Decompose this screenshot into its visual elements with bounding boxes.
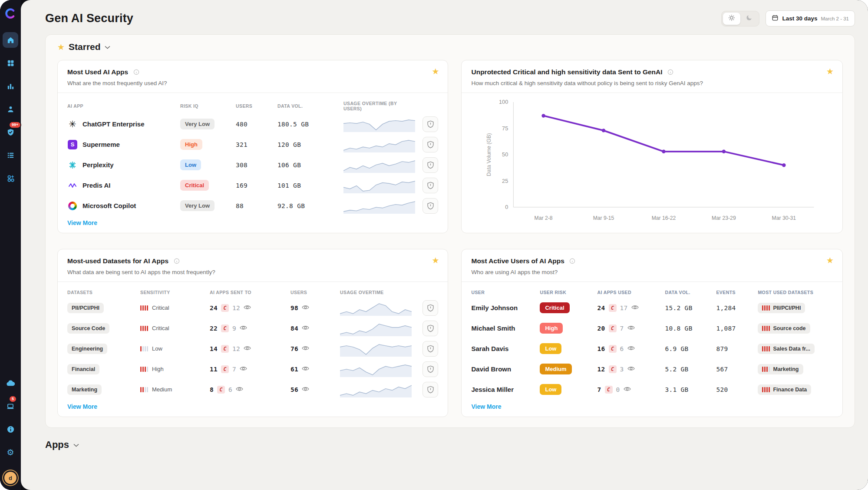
chatgpt-logo-icon: ✳ <box>67 119 78 129</box>
eye-icon[interactable] <box>627 324 635 332</box>
line-chart: 0255075100Mar 2-8Mar 9-15Mar 16-22Mar 23… <box>471 96 833 227</box>
apps-sent-to-cell: 11C7 <box>210 365 286 373</box>
devices-count-badge: 5 <box>9 395 17 403</box>
favorite-star-icon[interactable]: ★ <box>432 67 439 76</box>
usage-sparkline <box>343 116 415 132</box>
table-row: Perplexity Low 308 106 GB <box>67 155 438 175</box>
eye-icon[interactable] <box>244 304 251 312</box>
critical-count-badge: C <box>221 324 229 332</box>
user-risk-badge: Low <box>540 384 561 395</box>
date-range-button[interactable]: Last 30 days March 2 - 31 <box>766 10 855 26</box>
eye-icon[interactable] <box>240 324 247 332</box>
eye-icon[interactable] <box>631 304 639 312</box>
eye-icon[interactable] <box>302 324 309 332</box>
eye-icon[interactable] <box>302 365 309 373</box>
table-header: UserUser RiskAI Apps UsedData Vol.Events… <box>471 287 833 298</box>
eye-icon[interactable] <box>302 345 309 353</box>
info-icon[interactable] <box>174 258 180 265</box>
policy-shield-button[interactable] <box>422 116 438 132</box>
card-subtitle: Who are using AI apps the most? <box>471 269 833 275</box>
list-icon <box>7 151 15 159</box>
policy-shield-button[interactable] <box>422 157 438 173</box>
policy-shield-button[interactable] <box>422 341 438 357</box>
apps-section-header[interactable]: Apps <box>45 439 868 450</box>
data-volume: 5.2 GB <box>665 366 712 373</box>
sidebar-item-cloud[interactable] <box>3 375 18 391</box>
view-more-link[interactable]: View More <box>471 403 501 410</box>
eye-icon[interactable] <box>236 386 243 394</box>
ai-apps-used-cell: 20C7 <box>597 324 660 332</box>
main-content: Gen AI Security <box>21 0 868 490</box>
sidebar-item-dashboard[interactable] <box>3 55 18 71</box>
sidebar-item-info[interactable] <box>3 421 18 437</box>
sidebar-item-analytics[interactable] <box>3 78 18 94</box>
sun-icon <box>728 14 735 23</box>
table-row: ✳ChatGPT Enterprise Very Low 480 180.5 G… <box>67 114 438 134</box>
sidebar-item-alerts[interactable]: 99+ <box>3 124 18 140</box>
ai-apps-used-cell: 16C6 <box>597 345 660 353</box>
avatar[interactable]: d <box>4 472 17 484</box>
risk-badge: Very Low <box>180 119 215 129</box>
events-count: 567 <box>716 366 753 373</box>
ai-apps-used-cell: 24C17 <box>597 304 660 312</box>
eye-icon[interactable] <box>302 386 309 394</box>
critical-count-badge: C <box>221 345 229 353</box>
ai-apps-used-cell: 7C0 <box>597 386 660 394</box>
favorite-star-icon[interactable]: ★ <box>432 256 439 265</box>
user-name: Michael Smith <box>471 324 535 332</box>
dataset-chip: PII/PCI/PHI <box>67 303 104 313</box>
view-more-link[interactable]: View More <box>67 403 97 410</box>
data-volume: 6.9 GB <box>665 345 712 352</box>
eye-icon[interactable] <box>244 345 251 353</box>
data-volume: 10.8 GB <box>665 325 712 332</box>
info-icon[interactable] <box>667 69 673 76</box>
view-more-link[interactable]: View More <box>67 219 97 226</box>
users-cell: 98 <box>290 304 336 312</box>
app-logo-icon[interactable] <box>3 6 18 21</box>
favorite-star-icon[interactable]: ★ <box>826 67 834 76</box>
svg-text:50: 50 <box>502 152 508 158</box>
chevron-down-icon <box>73 441 79 449</box>
sidebar-item-users[interactable] <box>3 101 18 117</box>
favorite-star-icon[interactable]: ★ <box>826 256 834 265</box>
critical-count-badge: C <box>609 324 617 332</box>
policy-shield-button[interactable] <box>422 361 438 377</box>
apps-sent-to-cell: 24C12 <box>210 304 286 312</box>
table-row: Financial High 11C7 61 <box>67 359 438 379</box>
svg-text:25: 25 <box>502 178 508 184</box>
usage-sparkline <box>340 361 412 377</box>
svg-text:Mar 2-8: Mar 2-8 <box>535 215 553 221</box>
table-row: Marketing Medium 8C6 56 <box>67 379 438 400</box>
info-icon[interactable] <box>569 258 575 265</box>
policy-shield-button[interactable] <box>422 321 438 336</box>
user-icon <box>7 105 15 113</box>
data-volume: 15.2 GB <box>665 305 712 311</box>
bar-chart-icon <box>7 82 15 90</box>
table-row: Microsoft Copilot Very Low 88 92.8 GB <box>67 195 438 216</box>
dataset-chip: Financial <box>67 364 99 374</box>
eye-icon[interactable] <box>624 386 631 394</box>
policy-shield-button[interactable] <box>422 178 438 193</box>
sidebar-item-settings[interactable]: ⚙ <box>3 444 18 460</box>
usage-sparkline <box>340 341 412 357</box>
eye-icon[interactable] <box>302 304 309 312</box>
sidebar-item-policies[interactable] <box>3 147 18 163</box>
policy-shield-button[interactable] <box>422 382 438 397</box>
dark-theme-button[interactable] <box>740 13 758 25</box>
policy-shield-button[interactable] <box>422 137 438 152</box>
card-unprotected-data-chart: Unprotected Critical and high sensitivit… <box>461 60 843 233</box>
sidebar-item-home[interactable] <box>3 32 18 48</box>
moon-icon <box>746 14 752 23</box>
light-theme-button[interactable] <box>723 13 740 25</box>
policy-shield-button[interactable] <box>422 198 438 214</box>
policy-shield-button[interactable] <box>422 300 438 316</box>
sidebar-item-devices[interactable]: 5 <box>3 398 18 414</box>
sidebar-item-integrations[interactable] <box>3 170 18 186</box>
eye-icon[interactable] <box>240 365 247 373</box>
users-count: 321 <box>236 141 273 148</box>
eye-icon[interactable] <box>627 345 635 353</box>
chevron-down-icon <box>105 43 110 51</box>
eye-icon[interactable] <box>627 365 635 373</box>
info-icon[interactable] <box>133 69 139 76</box>
starred-section-header[interactable]: ★ Starred <box>57 42 843 52</box>
